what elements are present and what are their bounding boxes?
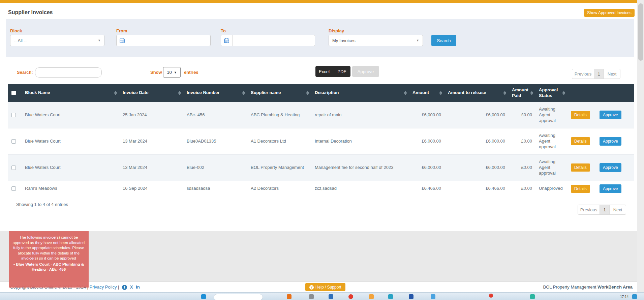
pdf-export-button[interactable]: PDF	[333, 66, 350, 77]
filter-panel: Block From To Display -- All -- ▼ My Inv…	[6, 19, 634, 57]
table-search-label: Search:	[17, 70, 33, 75]
column-header-amount[interactable]: Amount	[409, 84, 444, 102]
previous-page-button[interactable]: Previous	[578, 205, 600, 214]
cell-description: zcz,sadsad	[311, 181, 409, 197]
cell-block-name: Ram's Meadows	[22, 181, 119, 197]
sort-icon	[562, 91, 565, 95]
page-number-button[interactable]: 1	[600, 205, 610, 214]
calendar-icon[interactable]	[117, 35, 128, 46]
to-date-group	[221, 35, 315, 46]
start-menu-icon[interactable]	[201, 294, 206, 299]
taskbar-app-icon[interactable]	[431, 294, 435, 299]
column-header-supplier-name[interactable]: Supplier name	[247, 84, 311, 102]
help-support-button[interactable]: ?Help / Support	[305, 283, 345, 291]
privacy-policy-link[interactable]: Privacy Policy	[90, 284, 117, 290]
block-select[interactable]: -- All -- ▼	[10, 35, 104, 46]
taskbar-app-icon[interactable]	[369, 294, 374, 299]
page-length-value: 10	[167, 70, 172, 75]
column-header-block-name[interactable]: Block Name	[22, 84, 119, 102]
cell-description: Management fee for second half of 2023	[311, 154, 409, 181]
cell-approval-status: Awaiting Agent approval	[535, 154, 568, 181]
row-checkbox[interactable]	[11, 113, 16, 117]
taskbar-app-icon[interactable]	[348, 294, 353, 299]
previous-page-button[interactable]: Previous	[572, 69, 594, 79]
display-label: Display	[329, 28, 344, 33]
details-button[interactable]: Details	[571, 137, 590, 145]
calendar-icon[interactable]	[221, 35, 233, 46]
excel-export-button[interactable]: Excel	[315, 66, 333, 77]
table-row: Ram's Meadows 16 Sep 2024 sdsadsadsa A2 …	[8, 181, 634, 197]
details-button[interactable]: Details	[571, 163, 590, 172]
from-label: From	[116, 28, 127, 33]
taskbar-app-icon[interactable]	[388, 294, 393, 299]
taskbar-search-input[interactable]	[214, 294, 263, 300]
scrollbar-thumb[interactable]	[638, 3, 643, 61]
question-mark-icon: ?	[309, 285, 314, 290]
column-header-invoice-date[interactable]: Invoice Date	[119, 84, 183, 102]
invoice-table: Block Name Invoice Date Invoice Number S…	[8, 84, 634, 197]
page-number-button[interactable]: 1	[594, 69, 604, 79]
cell-amount-to-release: £6,000.00	[444, 154, 509, 181]
x-twitter-icon[interactable]: X	[130, 284, 133, 290]
cell-invoice-date: 13 Mar 2024	[119, 128, 183, 154]
select-all-checkbox[interactable]	[11, 91, 16, 95]
row-checkbox[interactable]	[11, 186, 16, 191]
approve-button[interactable]: Approve	[600, 137, 621, 146]
show-approved-invoices-button[interactable]: Show Approved Invoices	[584, 9, 635, 17]
row-checkbox[interactable]	[11, 166, 16, 170]
cell-block-name: Blue Waters Court	[22, 128, 119, 154]
column-header-amount-to-release[interactable]: Amount to release	[444, 84, 509, 102]
approve-button[interactable]: Approve	[600, 184, 621, 193]
next-page-button[interactable]: Next	[610, 205, 626, 214]
taskbar-clock: 17:14	[620, 295, 628, 299]
approve-button[interactable]: Approve	[600, 163, 621, 172]
details-button[interactable]: Details	[571, 185, 590, 193]
taskbar-app-icon[interactable]	[530, 294, 535, 299]
column-header-invoice-number[interactable]: Invoice Number	[183, 84, 247, 102]
display-select[interactable]: My Invoices ▼	[329, 35, 423, 46]
approve-selected-button[interactable]: Approve	[352, 66, 379, 77]
from-date-input[interactable]	[128, 35, 210, 46]
cell-supplier-name: A1 Decorators Ltd	[247, 128, 311, 154]
next-page-button[interactable]: Next	[604, 69, 620, 79]
export-button-group: Excel PDF	[315, 66, 350, 77]
search-button[interactable]: Search	[431, 35, 456, 46]
facebook-icon[interactable]: f	[122, 285, 127, 290]
column-header-details-actions	[568, 84, 596, 102]
chevron-down-icon: ▼	[416, 39, 419, 42]
chevron-down-icon: ▼	[174, 71, 177, 74]
sort-icon	[530, 91, 533, 95]
cell-approval-status: Unapproved	[535, 181, 568, 197]
to-date-input[interactable]	[233, 35, 315, 46]
taskbar-app-icon[interactable]	[409, 294, 413, 299]
column-header-amount-paid[interactable]: Amount Paid	[509, 84, 535, 102]
top-accent-bar	[0, 0, 644, 3]
column-header-description[interactable]: Description	[311, 84, 409, 102]
block-select-value: -- All --	[14, 38, 27, 43]
cell-invoice-date: 13 Mar 2024	[119, 154, 183, 181]
sort-icon	[242, 91, 245, 95]
details-button[interactable]: Details	[571, 111, 590, 119]
cell-supplier-name: ABC Plumbing & Heating	[247, 102, 311, 128]
table-search-input[interactable]	[35, 67, 102, 78]
page-header: Supplier Invoices Show Approved Invoices	[0, 5, 644, 19]
cell-amount-to-release: £6,000.00	[444, 102, 509, 128]
taskbar-app-icon[interactable]	[309, 294, 314, 299]
cell-amount: £6,000.00	[409, 102, 444, 128]
taskbar-app-icon[interactable]	[329, 294, 333, 299]
page-length-select[interactable]: 10 ▼	[163, 67, 181, 78]
linkedin-icon[interactable]: in	[136, 284, 140, 290]
row-checkbox[interactable]	[11, 139, 16, 144]
to-label: To	[221, 28, 226, 33]
notification-badge[interactable]: 1	[489, 294, 493, 298]
column-header-approval-status[interactable]: Approval Status	[535, 84, 568, 102]
table-row: Blue Waters Court 13 Mar 2024 Blue0AD013…	[8, 128, 634, 154]
taskbar-app-icon[interactable]	[632, 294, 637, 299]
approve-button[interactable]: Approve	[600, 111, 621, 119]
taskbar-app-icon[interactable]	[287, 294, 292, 299]
cell-supplier-name: A2 Decorators	[247, 181, 311, 197]
sort-icon	[178, 91, 181, 95]
cell-invoice-number: Blue0AD01335	[183, 128, 247, 154]
cell-description: repair of main	[311, 102, 409, 128]
cell-amount: £6,466.00	[409, 181, 444, 197]
